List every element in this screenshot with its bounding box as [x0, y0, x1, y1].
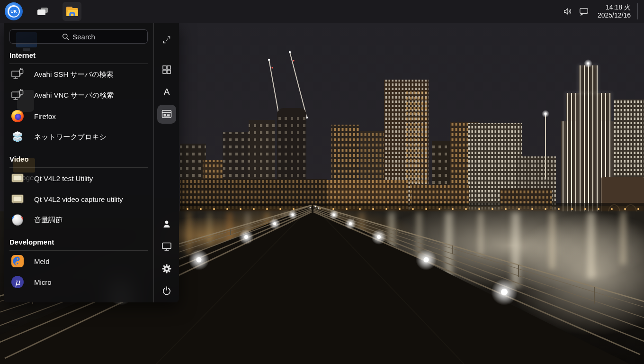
app-item-label: Meld: [34, 257, 50, 265]
avahi-vnc-icon: [10, 88, 25, 102]
app-item-qt-v4l2-test[interactable]: Qt V4L2 test Utility: [4, 168, 153, 189]
app-item-qt-v4l2-capture[interactable]: Qt V4L2 video capture utility: [4, 189, 153, 209]
user-account-button[interactable]: [157, 215, 176, 234]
system-tray: 14:18 火 2025/12/16: [561, 0, 644, 23]
start-menu-button[interactable]: UK: [5, 2, 23, 20]
user-icon: [161, 219, 172, 229]
show-desktop-button[interactable]: [638, 0, 644, 23]
window-switcher-button[interactable]: [33, 2, 52, 21]
list-view-button[interactable]: [157, 105, 176, 124]
search-icon: [62, 33, 69, 40]
app-item-label: Avahi SSH サーバの検索: [34, 70, 113, 79]
volume-icon: [563, 6, 573, 17]
clock-time: 14:18 火: [598, 3, 631, 11]
clock-date: 2025/12/16: [598, 11, 631, 19]
qt-v4l2-icon: [10, 192, 25, 206]
clock[interactable]: 14:18 火 2025/12/16: [598, 3, 631, 19]
settings-button[interactable]: [157, 259, 176, 278]
app-item-label: 音量調節: [34, 216, 63, 225]
file-manager-button[interactable]: [63, 2, 81, 21]
firefox-icon: [10, 109, 25, 123]
search-placeholder: Search: [72, 33, 95, 41]
app-item-label: ネットワークプロキシ: [34, 133, 107, 142]
section-header-video: Video: [9, 153, 148, 165]
taskbar: UK: [0, 0, 644, 23]
computer-button[interactable]: [157, 237, 176, 256]
power-button[interactable]: [157, 282, 176, 300]
qt-v4l2-icon: [10, 171, 25, 185]
volume-button[interactable]: [561, 0, 575, 23]
power-icon: [161, 285, 172, 297]
micro-icon: μ: [10, 275, 25, 289]
expand-icon: [162, 35, 171, 45]
app-item-meld[interactable]: Meld: [4, 251, 153, 272]
app-list: hoge Search Internet Avahi SSH サーバの検索: [4, 23, 153, 302]
app-item-avahi-ssh[interactable]: Avahi SSH サーバの検索: [4, 64, 153, 85]
app-item-label: Qt V4L2 test Utility: [34, 174, 93, 182]
network-proxy-icon: [10, 130, 25, 144]
app-item-label: Qt V4L2 video capture utility: [34, 195, 123, 203]
gear-icon: [161, 263, 172, 274]
meld-icon: [10, 254, 25, 268]
app-item-micro[interactable]: μ Micro: [4, 272, 153, 292]
section-header-development: Development: [9, 236, 148, 248]
start-menu: hoge Search Internet Avahi SSH サーバの検索: [4, 23, 179, 302]
app-item-firefox[interactable]: Firefox: [4, 106, 153, 127]
menu-sidebar: A: [153, 23, 179, 302]
folder-icon: [64, 3, 80, 19]
monitor-icon: [161, 241, 172, 252]
app-item-label: Firefox: [34, 112, 56, 120]
grid-icon: [161, 64, 172, 75]
chat-bubble-icon: [579, 6, 589, 17]
all-apps-button[interactable]: [157, 60, 176, 79]
app-item-network-proxy[interactable]: ネットワークプロキシ: [4, 127, 153, 147]
app-item-label: Avahi VNC サーバの検索: [34, 91, 114, 100]
expand-menu-button[interactable]: [157, 30, 176, 49]
app-item-label: Micro: [34, 278, 52, 286]
app-item-volume-control[interactable]: 音量調節: [4, 209, 153, 230]
section-header-internet: Internet: [9, 49, 148, 62]
letter-a-icon: A: [161, 86, 172, 98]
svg-text:μ: μ: [15, 277, 20, 287]
app-item-avahi-vnc[interactable]: Avahi VNC サーバの検索: [4, 85, 153, 106]
svg-text:A: A: [163, 87, 170, 97]
ukui-logo-icon: UK: [8, 5, 20, 18]
window-switcher-icon: [36, 4, 50, 18]
avahi-ssh-icon: [10, 67, 25, 82]
desktop: UK: [0, 0, 644, 364]
volume-knob-icon: [10, 213, 25, 227]
list-view-icon: [161, 109, 172, 120]
messages-button[interactable]: [577, 0, 591, 23]
search-input[interactable]: Search: [9, 29, 148, 44]
sort-alpha-button[interactable]: A: [157, 82, 176, 101]
